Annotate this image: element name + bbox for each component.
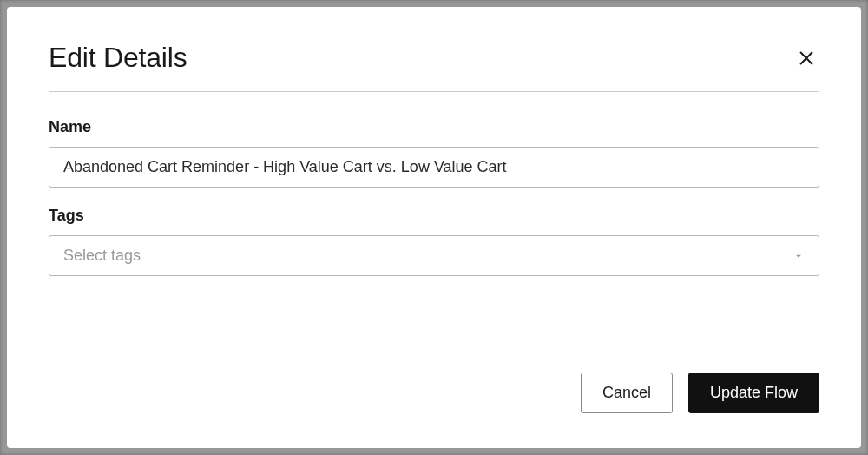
name-label: Name: [49, 118, 819, 136]
tags-label: Tags: [49, 207, 819, 225]
modal-overlay: Edit Details Name Tags Select tags: [0, 0, 868, 455]
tags-select[interactable]: Select tags: [49, 235, 819, 276]
modal-header: Edit Details: [49, 42, 819, 74]
tags-placeholder: Select tags: [63, 247, 141, 265]
cancel-button[interactable]: Cancel: [581, 373, 673, 413]
edit-details-modal: Edit Details Name Tags Select tags: [7, 7, 861, 448]
name-input[interactable]: [49, 147, 819, 188]
modal-title: Edit Details: [49, 42, 187, 74]
name-field-group: Name: [49, 118, 819, 188]
divider: [49, 91, 819, 92]
close-icon: [797, 49, 816, 68]
update-flow-button[interactable]: Update Flow: [688, 373, 819, 413]
tags-select-wrapper: Select tags: [49, 235, 819, 276]
modal-footer: Cancel Update Flow: [49, 346, 819, 413]
chevron-down-icon: [792, 250, 805, 262]
close-button[interactable]: [793, 45, 819, 71]
tags-field-group: Tags Select tags: [49, 207, 819, 276]
